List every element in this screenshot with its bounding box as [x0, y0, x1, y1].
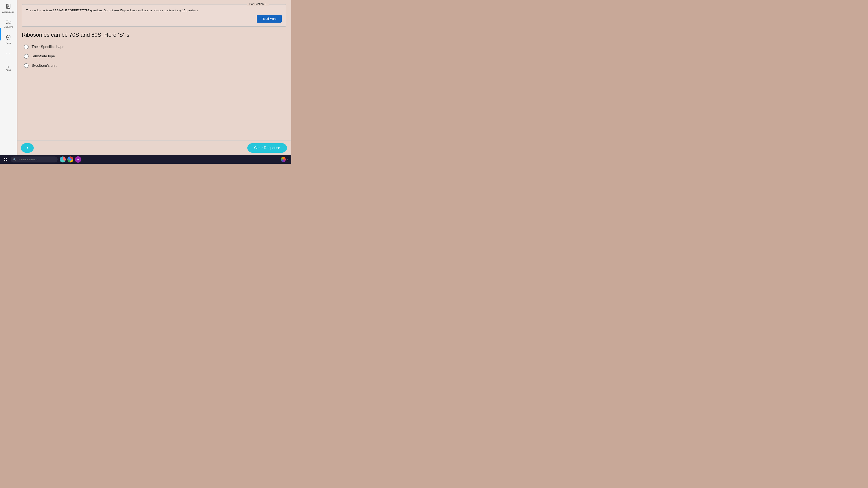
taskbar-app-icons — [59, 156, 82, 163]
onedrive-label: OneDrive — [4, 26, 13, 28]
sidebar-item-apps[interactable]: + Apps — [1, 64, 16, 72]
itutor-icon — [5, 34, 11, 41]
sidebar: Assignments OneDrive iTutor ··· + Apps — [0, 0, 17, 158]
assignments-icon — [5, 3, 11, 10]
clear-response-button[interactable]: Clear Response — [247, 143, 287, 153]
taskbar: 🔍 3: — [0, 155, 291, 164]
option-c[interactable]: Svedberg’s unit — [24, 63, 286, 68]
section-description: This section contains 15 SINGLE CORRECT … — [26, 8, 282, 13]
radio-b[interactable] — [24, 54, 29, 59]
windows-icon — [4, 158, 7, 161]
option-a[interactable]: Their Specific shape — [24, 44, 286, 49]
start-button[interactable] — [1, 155, 10, 164]
sidebar-item-assignments[interactable]: Assignments — [1, 2, 16, 14]
option-b[interactable]: Substrate type — [24, 54, 286, 59]
svg-rect-0 — [6, 4, 10, 8]
question-text: Ribosomes can be 70S and 80S. Here ‘S’ i… — [22, 31, 286, 38]
main-content: Bot-Section B This section contains 15 S… — [17, 0, 291, 155]
taskbar-globe-app[interactable] — [59, 156, 66, 163]
taskbar-search[interactable]: 🔍 — [11, 156, 58, 162]
more-dots: ··· — [6, 51, 10, 55]
notification-badge-icon — [75, 156, 81, 163]
taskbar-color-icon — [281, 157, 286, 162]
option-a-label: Their Specific shape — [32, 45, 64, 49]
taskbar-right: 3: — [281, 157, 290, 162]
taskbar-time: 3: — [287, 158, 289, 161]
sidebar-item-more[interactable]: ··· — [1, 50, 16, 60]
search-icon: 🔍 — [13, 158, 16, 161]
option-b-label: Substrate type — [32, 54, 55, 58]
options-list: Their Specific shape Substrate type Sved… — [22, 44, 286, 68]
chrome-icon — [67, 156, 73, 162]
sidebar-item-onedrive[interactable]: OneDrive — [1, 18, 16, 29]
assignments-label: Assignments — [2, 11, 14, 13]
taskbar-notification-app[interactable] — [74, 156, 82, 163]
onedrive-icon — [5, 20, 11, 25]
sidebar-item-itutor[interactable]: iTutor — [1, 33, 16, 45]
bottom-bar: ‹ Clear Response — [17, 140, 291, 155]
taskbar-chrome-app[interactable] — [67, 156, 74, 163]
section-info-box: Bot-Section B This section contains 15 S… — [22, 4, 286, 27]
option-c-label: Svedberg’s unit — [32, 64, 57, 68]
itutor-label: iTutor — [5, 42, 11, 44]
search-input[interactable] — [18, 158, 55, 161]
globe-icon — [60, 156, 66, 162]
back-button[interactable]: ‹ — [21, 143, 34, 153]
apps-label: Apps — [6, 69, 11, 71]
apps-plus-icon: + — [7, 65, 9, 69]
radio-a[interactable] — [24, 44, 29, 49]
radio-c[interactable] — [24, 63, 29, 68]
back-chevron-icon: ‹ — [27, 145, 28, 150]
read-more-button[interactable]: Read More — [257, 15, 282, 23]
sidebar-active-indicator — [0, 28, 1, 40]
section-label: Bot-Section B — [247, 2, 269, 5]
